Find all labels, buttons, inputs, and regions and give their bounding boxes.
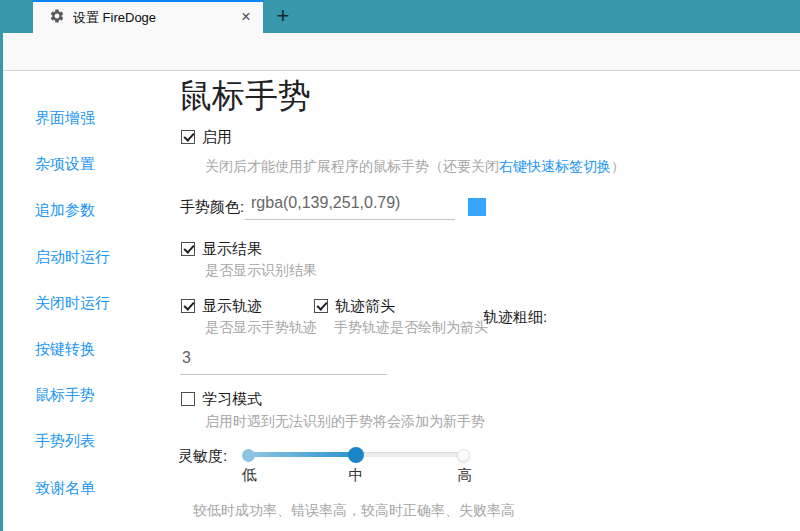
learn-mode-checkbox[interactable] [181,392,195,406]
slider-track-filled[interactable] [249,452,356,457]
page-title: 鼠标手势 [179,74,311,119]
sidebar-item-misc[interactable]: 杂项设置 [35,155,155,175]
sensitivity-label: 灵敏度: [178,447,227,466]
enable-checkbox[interactable] [181,130,195,144]
sidebar-item-credits[interactable]: 致谢名单 [35,479,155,499]
navigation-toolbar [0,33,800,71]
slider-tick-low[interactable]: 低 [239,466,259,485]
tab-close-icon[interactable]: × [235,6,257,28]
slider-tick-mid[interactable]: 中 [346,466,366,485]
gesture-color-label: 手势颜色: [180,198,244,217]
sensitivity-hint: 较低时成功率、错误率高，较高时正确率、失败率高 [193,502,515,520]
gesture-color-swatch[interactable] [468,198,486,216]
new-tab-button[interactable]: + [268,1,298,32]
enable-hint: 关闭后才能使用扩展程序的鼠标手势（还要关闭右键快速标签切换） [205,158,625,176]
gesture-color-input[interactable]: rgba(0,139,251,0.79) [245,194,455,220]
gear-favicon-icon [49,8,65,24]
show-result-checkbox[interactable] [181,242,195,256]
show-track-checkbox[interactable] [181,299,195,313]
slider-stop-low[interactable] [242,449,255,462]
quick-tab-switch-link[interactable]: 右键快速标签切换 [499,158,611,174]
track-arrow-label[interactable]: 轨迹箭头 [335,297,395,316]
browser-tab[interactable]: 设置 FireDoge × [33,0,263,33]
show-result-label[interactable]: 显示结果 [202,240,262,259]
learn-mode-hint: 启用时遇到无法识别的手势将会添加为新手势 [205,413,485,431]
show-track-hint: 是否显示手势轨迹 [205,319,317,337]
enable-label[interactable]: 启用 [202,128,232,147]
sidebar-item-mouse-gesture[interactable]: 鼠标手势 [35,386,155,406]
window-left-border [0,0,3,531]
slider-track-empty[interactable] [356,452,466,457]
sidebar-item-run-close[interactable]: 关闭时运行 [35,294,155,314]
sidebar-item-key-convert[interactable]: 按键转换 [35,340,155,360]
slider-stop-high[interactable] [457,449,470,462]
tab-title: 设置 FireDoge [73,9,156,27]
track-width-input[interactable]: 3 [180,349,387,375]
track-width-label: 轨迹粗细: [483,308,547,327]
active-tab-indicator [33,0,263,2]
sidebar-item-run-startup[interactable]: 启动时运行 [35,248,155,268]
track-arrow-hint: 手势轨迹是否绘制为箭头 [334,319,488,337]
track-arrow-checkbox[interactable] [314,299,328,313]
show-track-label[interactable]: 显示轨迹 [202,297,262,316]
slider-tick-high[interactable]: 高 [455,466,475,485]
slider-handle[interactable] [348,447,364,463]
show-result-hint: 是否显示识别结果 [205,262,317,280]
sidebar-item-gesture-list[interactable]: 手势列表 [35,432,155,452]
learn-mode-label[interactable]: 学习模式 [202,390,262,409]
sidebar-item-extra-args[interactable]: 追加参数 [35,201,155,221]
sidebar-item-ui-enhance[interactable]: 界面增强 [35,109,155,129]
